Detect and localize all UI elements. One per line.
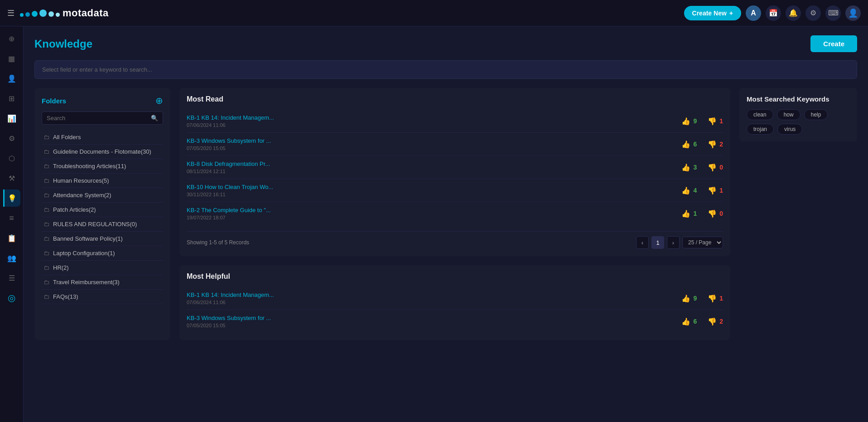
folder-item[interactable]: 🗀Laptop Configuration(1): [42, 246, 163, 261]
sidebar-item-reports2[interactable]: 📋: [3, 229, 20, 247]
folders-panel: Folders ⊕ 🔍 🗀All Folders🗀Guideline Docum…: [34, 88, 170, 340]
vote-up-group: 👍 1: [681, 209, 697, 218]
bell-icon-btn[interactable]: 🔔: [786, 5, 801, 21]
keyword-tag[interactable]: clean: [747, 109, 773, 120]
next-page-btn[interactable]: ›: [667, 236, 680, 249]
thumbs-down-icon: 👎: [708, 294, 717, 303]
folders-title: Folders: [42, 97, 66, 105]
folder-search-input[interactable]: [47, 115, 147, 121]
kb-date: 07/06/2024 11:06: [187, 300, 681, 305]
sidebar-item-tools[interactable]: ⚒: [3, 170, 20, 187]
kb-votes: 👍 6 👎 2: [681, 317, 723, 326]
folder-item[interactable]: 🗀Attendance System(2): [42, 188, 163, 203]
folder-item-label: Travel Reimbursement(3): [53, 279, 120, 286]
folder-item[interactable]: 🗀All Folders: [42, 130, 163, 145]
folder-item[interactable]: 🗀Troubleshooting Articles(11): [42, 159, 163, 174]
kb-date: 07/05/2020 15:05: [187, 323, 681, 328]
create-new-label: Create New: [692, 10, 727, 17]
logo-dot-4: [39, 10, 47, 17]
folder-add-button[interactable]: ⊕: [155, 95, 163, 106]
sidebar-item-tickets[interactable]: ⊞: [3, 90, 20, 107]
main-layout: ⊕ ▦ 👤 ⊞ 📊 ⚙ ⬡ ⚒ 💡 ≡ 📋 👥 ☰ ◎ Knowledge Cr…: [0, 26, 868, 422]
vote-down-group: 👎 1: [708, 186, 723, 195]
sidebar-item-dashboard[interactable]: ⊕: [3, 30, 20, 47]
kb-title[interactable]: KB-10 How to Clean Trojan Wo...: [187, 184, 681, 190]
kb-info: KB-3 Windows Subsystem for ... 07/05/202…: [187, 315, 681, 328]
vote-down-group: 👎 0: [708, 163, 723, 172]
prev-page-btn[interactable]: ‹: [636, 236, 649, 249]
user-avatar-btn[interactable]: A: [746, 5, 761, 21]
most-read-rows: KB-1 KB 14: Incident Managem... 07/06/20…: [187, 110, 723, 225]
gear-icon-btn[interactable]: ⚙: [805, 5, 821, 21]
sidebar-item-listview[interactable]: ≡: [3, 209, 20, 227]
page-1-btn[interactable]: 1: [651, 236, 664, 249]
per-page-select[interactable]: 25 / Page: [682, 237, 723, 248]
vote-up-count: 4: [693, 187, 697, 194]
kb-date: 07/05/2020 15:05: [187, 146, 681, 151]
hamburger-icon[interactable]: ☰: [7, 8, 14, 18]
kb-votes: 👍 3 👎 0: [681, 163, 723, 172]
kb-title[interactable]: KB-8 Disk Defragmentation Pr...: [187, 160, 681, 167]
folder-item-label: Guideline Documents - Flotomate(30): [53, 148, 151, 155]
kb-title[interactable]: KB-2 The Complete Guide to "...: [187, 207, 681, 213]
folder-item[interactable]: 🗀Patch Articles(2): [42, 203, 163, 217]
sidebar-item-reports[interactable]: 📊: [3, 110, 20, 127]
sidebar-item-cube[interactable]: ⬡: [3, 150, 20, 167]
folder-icon: 🗀: [43, 192, 49, 199]
sidebar-item-monitor[interactable]: ▦: [3, 50, 20, 67]
folder-item[interactable]: 🗀FAQs(13): [42, 290, 163, 304]
thumbs-up-icon: 👍: [681, 294, 690, 303]
right-panels: Most Read KB-1 KB 14: Incident Managem..…: [179, 88, 730, 340]
topnav: ☰ motadata Create New + A 📅 🔔 ⚙ ⌨ 👤: [0, 0, 868, 26]
keywords-panel: Most Searched Keywords cleanhowhelptroja…: [739, 88, 857, 142]
sidebar-item-tasklist[interactable]: ☰: [3, 269, 20, 286]
kb-title[interactable]: KB-3 Windows Subsystem for ...: [187, 137, 681, 144]
kb-info: KB-8 Disk Defragmentation Pr... 08/11/20…: [187, 160, 681, 174]
keyword-tag[interactable]: virus: [777, 124, 802, 135]
thumbs-up-icon: 👍: [681, 117, 690, 126]
vote-down-count: 1: [719, 117, 723, 125]
create-new-button[interactable]: Create New +: [684, 6, 741, 20]
vote-down-group: 👎 0: [708, 209, 723, 218]
vote-down-count: 1: [719, 295, 723, 302]
folder-icon: 🗀: [43, 235, 49, 242]
keyword-tag[interactable]: help: [804, 109, 828, 120]
vote-up-count: 9: [693, 295, 697, 302]
sidebar-item-users[interactable]: 👤: [3, 70, 20, 87]
folder-icon: 🗀: [43, 250, 49, 257]
sidebar-item-loader[interactable]: ◎: [3, 289, 20, 306]
sidebar-item-settings[interactable]: ⚙: [3, 130, 20, 147]
folder-search-container[interactable]: 🔍: [42, 112, 163, 125]
folder-item[interactable]: 🗀Human Resources(5): [42, 174, 163, 188]
keyboard-icon-btn[interactable]: ⌨: [825, 5, 841, 21]
calendar-icon-btn[interactable]: 📅: [766, 5, 781, 21]
create-button[interactable]: Create: [810, 35, 857, 52]
folder-item[interactable]: 🗀HR(2): [42, 261, 163, 275]
kb-title[interactable]: KB-1 KB 14: Incident Managem...: [187, 114, 681, 121]
keyword-tag[interactable]: how: [777, 109, 800, 120]
vote-up-group: 👍 4: [681, 186, 697, 195]
folder-icon: 🗀: [43, 221, 49, 228]
search-bar[interactable]: Select field or enter a keyword to searc…: [34, 60, 857, 79]
kb-votes: 👍 1 👎 0: [681, 209, 723, 218]
kb-title[interactable]: KB-1 KB 14: Incident Managem...: [187, 291, 681, 298]
folder-item-label: All Folders: [53, 134, 81, 141]
vote-up-count: 3: [693, 164, 697, 171]
thumbs-up-icon: 👍: [681, 186, 690, 195]
folder-item[interactable]: 🗀Guideline Documents - Flotomate(30): [42, 145, 163, 159]
vote-up-count: 6: [693, 318, 697, 325]
keyword-tag[interactable]: trojan: [747, 124, 774, 135]
sidebar-item-knowledge[interactable]: 💡: [3, 189, 20, 207]
profile-avatar-btn[interactable]: 👤: [845, 5, 861, 21]
logo-dots: [20, 10, 60, 17]
sidebar-item-contacts[interactable]: 👥: [3, 249, 20, 267]
vote-up-group: 👍 6: [681, 140, 697, 149]
vote-down-group: 👎 2: [708, 317, 723, 326]
folder-icon: 🗀: [43, 264, 49, 271]
folder-item[interactable]: 🗀Travel Reimbursement(3): [42, 275, 163, 290]
content-area: Knowledge Create Select field or enter a…: [24, 26, 868, 422]
folder-item[interactable]: 🗀RULES AND REGULATIONS(0): [42, 217, 163, 232]
kb-title[interactable]: KB-3 Windows Subsystem for ...: [187, 315, 681, 321]
most-read-pagination: Showing 1-5 of 5 Records ‹ 1 › 25 / Page: [187, 231, 723, 249]
folder-item[interactable]: 🗀Banned Software Policy(1): [42, 232, 163, 246]
